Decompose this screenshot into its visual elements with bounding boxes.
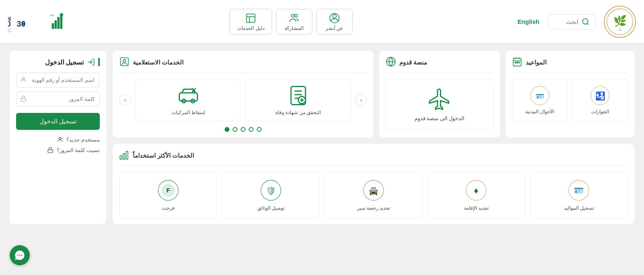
new-user-link[interactable]: مستخدم جديد؟ (16, 136, 100, 143)
svg-text:30: 30 (17, 19, 26, 28)
service-label-license: تجديد رخصة سير (357, 205, 390, 211)
search-box[interactable]: ابحث (547, 14, 596, 29)
header-nav: عن أبشر المشاركة دليل الخدمات (229, 9, 352, 35)
svg-text:🚔: 🚔 (369, 186, 379, 196)
username-input[interactable] (16, 73, 100, 88)
new-user-label: مستخدم جديد؟ (66, 137, 100, 143)
dot-1[interactable] (257, 127, 262, 132)
svg-rect-53 (126, 151, 128, 159)
info-item-vehicle[interactable]: إسقاط المركبات (135, 79, 241, 121)
search-icon (582, 18, 590, 26)
arrival-icon (386, 56, 396, 69)
death-cert-icon (287, 85, 309, 106)
service-item-residence[interactable]: ♦ تجديد الإقامة (427, 172, 525, 219)
svg-text:🌿: 🌿 (613, 15, 627, 27)
service-label-farjat: فرجت (162, 205, 175, 211)
login-panel: تسجيل الدخول تسجيل الدخول مستخدم ج (10, 51, 106, 224)
residence-logo: ♦ (465, 179, 487, 201)
info-services-card: الخدمات الاستعلامية ‹ (113, 51, 374, 138)
arrival-card: منصة قدوم الدخول الى منصة قدوم (379, 51, 500, 138)
dot-4[interactable] (233, 127, 237, 132)
dot-5[interactable] (225, 127, 229, 132)
forgot-password-link[interactable]: نسيت كلمة المرور؟ (16, 147, 100, 153)
svg-rect-29 (517, 62, 518, 63)
passports-logo: 🛂 (590, 85, 610, 106)
slider-dots (119, 127, 367, 132)
svg-rect-12 (52, 23, 54, 29)
appt-item-civil[interactable]: 🪪 الأحوال المدنية (512, 79, 568, 121)
dot-3[interactable] (241, 127, 246, 132)
births-logo: 🪪 (568, 179, 590, 201)
service-label-births: تسجيل المواليد (564, 205, 594, 211)
svg-rect-28 (515, 62, 516, 63)
info-services-icon (119, 56, 130, 69)
user-icon (20, 76, 27, 84)
dot-2[interactable] (249, 127, 254, 132)
login-icon (87, 58, 95, 66)
vision-logo: رؤية VISION 20 30 المملكة العربية السعود… (8, 8, 64, 36)
username-wrap (16, 73, 100, 88)
svg-text:🛡️: 🛡️ (266, 186, 276, 196)
top-cards: المواعيد (113, 51, 634, 138)
password-input[interactable] (16, 92, 100, 106)
svg-text:F: F (166, 187, 170, 194)
svg-text:🪪: 🪪 (574, 185, 584, 196)
svg-point-5 (332, 14, 336, 18)
arrival-title: منصة قدوم (399, 59, 427, 66)
svg-point-3 (583, 19, 588, 24)
svg-marker-16 (59, 12, 64, 15)
appointments-title: المواعيد (526, 59, 547, 66)
nav-service-guide-label: دليل الخدمات (237, 25, 264, 31)
service-item-documents[interactable]: 🛡️ توصيل الوثائق (222, 172, 320, 219)
appt-label-civil: الأحوال المدنية (525, 109, 554, 115)
svg-text:رؤية: رؤية (50, 14, 54, 17)
new-user-icon (57, 136, 63, 143)
nav-participation-label: المشاركة (285, 25, 303, 31)
svg-rect-13 (55, 20, 57, 29)
service-label-residence: تجديد الإقامة (464, 205, 489, 211)
service-item-license[interactable]: 🚔 تجديد رخصة سير (324, 172, 422, 219)
prev-arrow[interactable]: ‹ (355, 94, 367, 106)
svg-rect-51 (120, 156, 122, 159)
next-arrow[interactable]: › (119, 94, 131, 106)
service-item-births[interactable]: 🪪 تسجيل المواليد (530, 172, 628, 219)
main-content: المواعيد (0, 44, 644, 231)
svg-rect-14 (58, 17, 60, 29)
appt-label-passports: الجوازات (591, 109, 609, 115)
forgot-password-label: نسيت كلمة المرور؟ (57, 147, 100, 153)
civil-logo: 🪪 (530, 85, 550, 106)
most-used-title: الخدمات الأكثر استخداماً (133, 152, 194, 159)
info-services-header: الخدمات الاستعلامية (119, 56, 367, 73)
nav-service-guide[interactable]: دليل الخدمات (229, 9, 272, 35)
appointments-icon (512, 56, 522, 69)
search-label: ابحث (566, 19, 578, 25)
nav-about[interactable]: عن أبشر (316, 9, 353, 35)
service-item-farjat[interactable]: F فرجت (119, 172, 217, 219)
info-item-death-cert-label: التحقق من شهادة وفاة (275, 110, 321, 115)
login-title-text: تسجيل الدخول (45, 58, 84, 66)
arrival-item[interactable]: الدخول الى منصة قدوم (386, 79, 493, 130)
password-wrap (16, 92, 100, 106)
farjat-logo: F (157, 179, 179, 201)
people-icon (289, 12, 300, 24)
info-services-items: ‹ التحقق من شهادة وفاة (119, 79, 367, 121)
info-item-vehicle-label: إسقاط المركبات (171, 110, 205, 115)
svg-rect-15 (60, 14, 63, 29)
info-item-death-cert[interactable]: التحقق من شهادة وفاة (245, 79, 351, 121)
svg-rect-71 (48, 150, 53, 152)
appointments-header: المواعيد (512, 56, 628, 73)
most-used-header: الخدمات الأكثر استخداماً (119, 150, 628, 166)
login-button[interactable]: تسجيل الدخول (16, 113, 100, 130)
nav-participation[interactable]: المشاركة (276, 9, 312, 35)
svg-text:20: 20 (8, 19, 11, 28)
service-label-documents: توصيل الوثائق (257, 205, 285, 211)
header-left: 🌿 ⚔️ ابحث English (518, 6, 636, 38)
content-area: المواعيد (113, 51, 634, 224)
service-items: 🪪 تسجيل المواليد ♦ تجديد الإقامة (119, 172, 628, 219)
svg-line-4 (587, 23, 589, 25)
svg-point-66 (22, 77, 24, 79)
svg-point-38 (123, 60, 126, 62)
forgot-lock-icon (47, 147, 54, 153)
english-link[interactable]: English (518, 18, 539, 25)
appt-item-passports[interactable]: 🛂 الجوازات (572, 79, 628, 121)
